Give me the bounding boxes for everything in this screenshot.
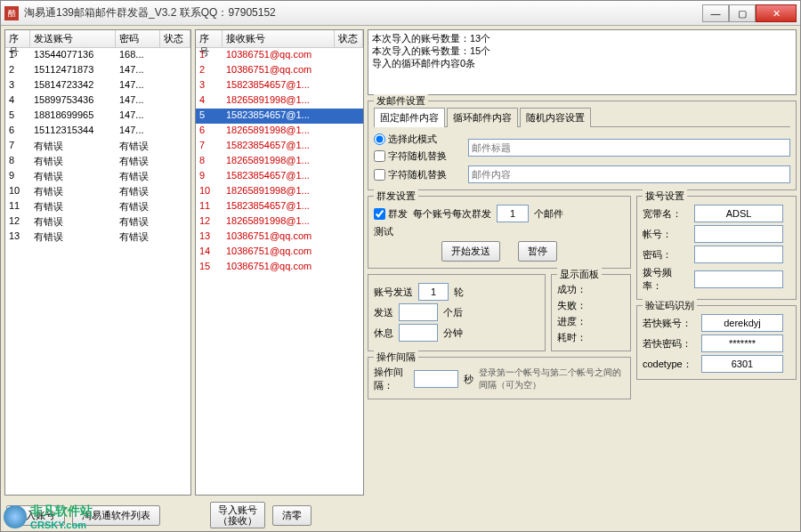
- interval-input[interactable]: [414, 370, 458, 388]
- band-name-input[interactable]: [694, 205, 783, 222]
- tab-fixed-content[interactable]: 固定邮件内容: [374, 108, 445, 127]
- dial-settings-group: 拨号设置 宽带名： 帐号： 密码： 拨号频率：: [636, 196, 797, 300]
- table-row[interactable]: 210386751@qq.com: [196, 63, 363, 78]
- batch-count-input[interactable]: [497, 205, 529, 222]
- table-row[interactable]: 315823854657@1...: [196, 78, 363, 93]
- table-row[interactable]: 515823854657@1...: [196, 109, 363, 124]
- log-panel: 本次导入的账号数量：13个 本次导入的账号数量：15个 导入的循环邮件内容0条: [368, 29, 797, 95]
- table-row[interactable]: 215112471873147...: [5, 63, 190, 78]
- import-recv-accounts-button[interactable]: 导入账号 （接收）: [210, 502, 265, 528]
- mail-tabs: 固定邮件内容 循环邮件内容 随机内容设置: [374, 107, 790, 127]
- maximize-button[interactable]: ▢: [729, 4, 756, 22]
- table-row[interactable]: 10有错误有错误: [5, 184, 190, 199]
- table-row[interactable]: 1410386751@qq.com: [196, 245, 363, 260]
- rand-replace-1[interactable]: 字符随机替换: [374, 149, 463, 163]
- mail-subject-input[interactable]: [468, 139, 790, 157]
- recv-accounts-list[interactable]: 序号 接收账号 状态 110386751@qq.com210386751@qq.…: [195, 29, 364, 496]
- pause-button[interactable]: 暂停: [518, 241, 557, 262]
- clear-button[interactable]: 清零: [272, 505, 312, 526]
- table-row[interactable]: 1115823854657@1...: [196, 199, 363, 214]
- dial-freq-input[interactable]: [694, 270, 783, 288]
- send-list-header: 序号 发送账号 密码 状态: [5, 30, 190, 48]
- round-count-input[interactable]: [418, 283, 449, 301]
- table-row[interactable]: 1510386751@qq.com: [196, 260, 363, 275]
- watermark-icon: [4, 505, 27, 528]
- table-row[interactable]: 415899753436147...: [5, 93, 190, 109]
- dial-password-input[interactable]: [694, 246, 783, 263]
- send-accounts-list[interactable]: 序号 发送账号 密码 状态 113544077136168...21511247…: [4, 29, 191, 496]
- table-row[interactable]: 7有错误有错误: [5, 139, 190, 154]
- table-row[interactable]: 518818699965147...: [5, 109, 190, 124]
- rest-minutes-input[interactable]: [399, 324, 438, 342]
- window-title: 淘易通139邮箱邮件群发器_V3.2 联系QQ：97905152: [24, 5, 702, 20]
- send-round-group: 账号发送 轮 发送 个后 休息: [368, 274, 546, 351]
- batch-settings-group: 群发设置 群发 每个账号每次群发 个邮件 测试 开始发送 暂停: [368, 196, 631, 269]
- start-send-button[interactable]: 开始发送: [441, 241, 500, 262]
- tab-loop-content[interactable]: 循环邮件内容: [447, 108, 518, 127]
- bottom-bar: 导入账号 淘易通软件列表 导入账号 （接收） 清零: [1, 499, 800, 531]
- dial-account-input[interactable]: [694, 225, 783, 243]
- captcha-group: 验证码识别 若快账号： 若快密码： codetype：: [636, 305, 797, 380]
- mail-settings-group: 发邮件设置 固定邮件内容 循环邮件内容 随机内容设置 选择此模式 字符随机替换 …: [368, 101, 797, 190]
- table-row[interactable]: 1310386751@qq.com: [196, 230, 363, 245]
- table-row[interactable]: 818265891998@1...: [196, 154, 363, 169]
- table-row[interactable]: 13有错误有错误: [5, 230, 190, 245]
- watermark: 非凡软件站 CRSKY.com: [4, 504, 93, 530]
- rand-replace-2[interactable]: 字符随机替换: [374, 168, 463, 181]
- main-window: 酷 淘易通139邮箱邮件群发器_V3.2 联系QQ：97905152 — ▢ ✕…: [0, 0, 801, 532]
- table-row[interactable]: 1018265891998@1...: [196, 184, 363, 199]
- send-after-input[interactable]: [399, 303, 438, 321]
- tab-random-content[interactable]: 随机内容设置: [520, 108, 591, 127]
- table-row[interactable]: 418265891998@1...: [196, 93, 363, 109]
- table-row[interactable]: 618265891998@1...: [196, 124, 363, 139]
- titlebar: 酷 淘易通139邮箱邮件群发器_V3.2 联系QQ：97905152 — ▢ ✕: [1, 1, 800, 26]
- table-row[interactable]: 915823854657@1...: [196, 169, 363, 184]
- captcha-account-input[interactable]: [701, 314, 783, 332]
- mode-radio[interactable]: 选择此模式: [374, 133, 463, 146]
- table-row[interactable]: 615112315344147...: [5, 124, 190, 139]
- display-panel-group: 显示面板 成功： 失败： 进度： 耗时：: [551, 274, 631, 351]
- table-row[interactable]: 12有错误有错误: [5, 214, 190, 230]
- table-row[interactable]: 715823854657@1...: [196, 139, 363, 154]
- interval-group: 操作间隔 操作间隔： 秒 登录第一个帐号与第二个帐号之间的间隔（可为空）: [368, 357, 631, 399]
- captcha-password-input[interactable]: [701, 335, 783, 352]
- minimize-button[interactable]: —: [702, 4, 729, 22]
- batch-checkbox[interactable]: 群发: [374, 207, 408, 221]
- close-button[interactable]: ✕: [756, 4, 797, 22]
- app-icon: 酷: [4, 6, 19, 20]
- captcha-type-input[interactable]: [701, 355, 783, 373]
- table-row[interactable]: 1218265891998@1...: [196, 214, 363, 230]
- table-row[interactable]: 8有错误有错误: [5, 154, 190, 169]
- table-row[interactable]: 11有错误有错误: [5, 199, 190, 214]
- table-row[interactable]: 9有错误有错误: [5, 169, 190, 184]
- table-row[interactable]: 110386751@qq.com: [196, 48, 363, 63]
- table-row[interactable]: 315814723342147...: [5, 78, 190, 93]
- table-row[interactable]: 113544077136168...: [5, 48, 190, 63]
- mail-body-input[interactable]: [468, 165, 790, 183]
- recv-list-header: 序号 接收账号 状态: [196, 30, 363, 48]
